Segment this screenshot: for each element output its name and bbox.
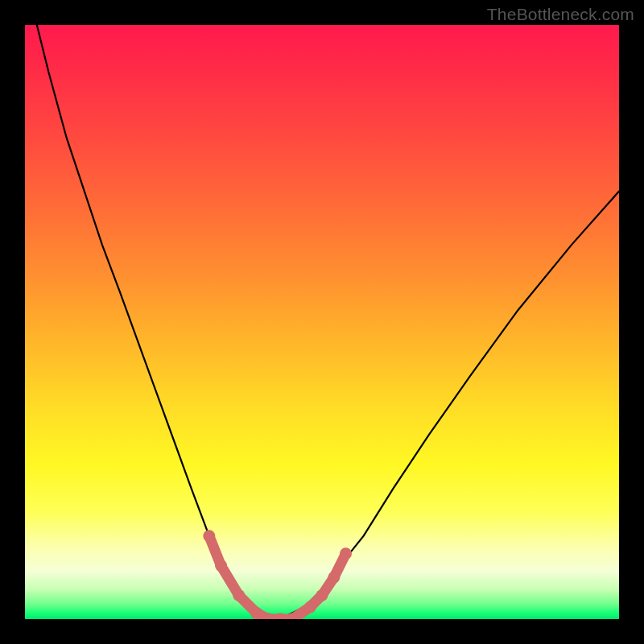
bottleneck-curve — [37, 25, 619, 619]
highlight-marker-dot — [328, 572, 340, 584]
outer-frame: TheBottleneck.com — [0, 0, 644, 644]
curve-layer — [25, 25, 619, 619]
highlight-marker-dot — [340, 547, 352, 559]
highlight-marker-dot — [250, 607, 262, 619]
plot-area — [25, 25, 619, 619]
highlight-marker-dot — [215, 559, 227, 572]
highlight-marker-dot — [233, 589, 245, 601]
highlight-marker-dot — [304, 601, 316, 613]
watermark-text: TheBottleneck.com — [487, 5, 634, 24]
highlight-marker-dot — [316, 589, 328, 601]
highlight-marker-dot — [203, 530, 215, 542]
highlight-marker-path — [209, 536, 346, 619]
